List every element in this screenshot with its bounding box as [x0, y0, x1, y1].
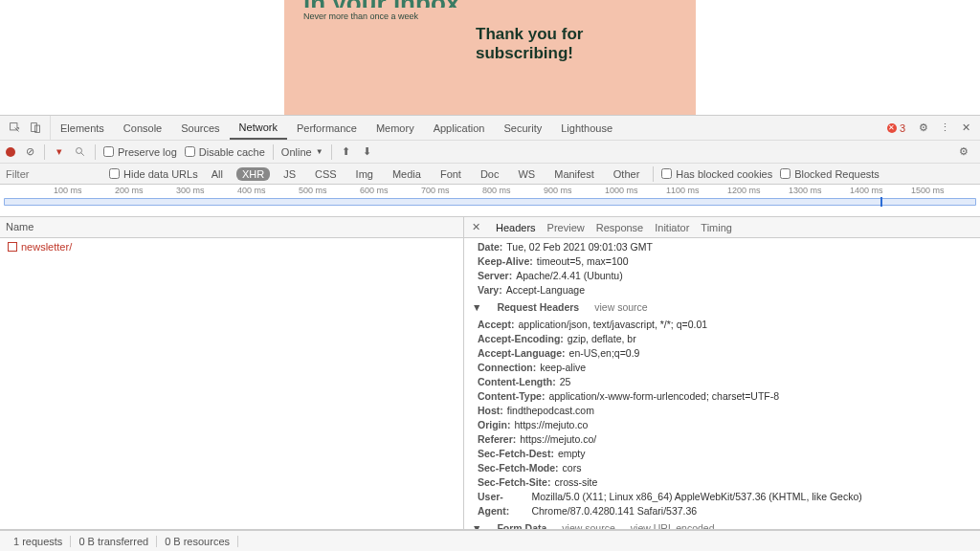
- header-row: Sec-Fetch-Dest: empty: [464, 447, 980, 461]
- network-status-bar: 1 requests 0 B transferred 0 B resources: [0, 530, 980, 551]
- error-icon: ✕: [887, 123, 897, 133]
- svg-point-3: [77, 147, 82, 153]
- svg-rect-1: [31, 123, 36, 132]
- filter-type-manifest[interactable]: Manifest: [548, 167, 600, 181]
- network-settings-gear-icon[interactable]: ⚙: [953, 145, 974, 158]
- record-icon[interactable]: [6, 147, 15, 157]
- header-row: Vary: Accept-Language: [464, 283, 980, 298]
- request-favicon: [8, 242, 17, 252]
- throttling-select[interactable]: Online▼: [281, 146, 323, 158]
- request-row-newsletter[interactable]: newsletter/: [0, 238, 463, 255]
- thank-you-message: Thank you for subscribing!: [476, 25, 583, 64]
- header-row: Host: findthepodcast.com: [464, 404, 980, 418]
- request-list: Name newsletter/: [0, 217, 464, 529]
- upload-har-icon[interactable]: ⬆: [340, 145, 353, 159]
- header-row: Referer: https://mejuto.co/: [464, 432, 980, 447]
- download-har-icon[interactable]: ⬇: [361, 145, 374, 159]
- tab-timing[interactable]: Timing: [701, 222, 732, 233]
- close-details-icon[interactable]: ✕: [472, 221, 484, 233]
- header-row: Origin: https://mejuto.co: [464, 418, 980, 432]
- view-source-link[interactable]: view source: [594, 300, 647, 315]
- hide-data-urls-checkbox[interactable]: Hide data URLs: [109, 168, 198, 180]
- network-toolbar: ⊘ ▾ Preserve log Disable cache Online▼ ⬆…: [0, 141, 980, 164]
- tab-memory[interactable]: Memory: [367, 116, 424, 140]
- banner-heading: in your inbox: [303, 0, 677, 8]
- inspect-element-icon[interactable]: [8, 121, 21, 135]
- status-resources: 0 B resources: [157, 536, 238, 547]
- disable-cache-checkbox[interactable]: Disable cache: [185, 146, 265, 158]
- filter-type-doc[interactable]: Doc: [475, 167, 505, 181]
- header-row: Sec-Fetch-Site: cross-site: [464, 475, 980, 490]
- timeline-load-marker: [880, 197, 882, 207]
- header-row: Sec-Fetch-Mode: cors: [464, 461, 980, 475]
- filter-type-all[interactable]: All: [206, 167, 229, 181]
- filter-type-font[interactable]: Font: [434, 167, 467, 181]
- filter-funnel-icon[interactable]: ▾: [53, 145, 66, 159]
- details-tabs: ✕ Headers Preview Response Initiator Tim…: [464, 217, 980, 238]
- settings-gear-icon[interactable]: ⚙: [913, 121, 934, 134]
- timeline-ruler: 100 ms 200 ms 300 ms 400 ms 500 ms 600 m…: [0, 185, 980, 196]
- network-filter-bar: Hide data URLs All XHR JS CSS Img Media …: [0, 164, 980, 185]
- page-content: in your inbox Never more than once a wee…: [0, 0, 980, 115]
- tab-network[interactable]: Network: [230, 116, 287, 140]
- devtools-tabs: Elements Console Sources Network Perform…: [0, 116, 980, 141]
- devtools-panel: Elements Console Sources Network Perform…: [0, 115, 980, 551]
- header-row: Accept-Encoding: gzip, deflate, br: [464, 332, 980, 346]
- filter-type-other[interactable]: Other: [608, 167, 646, 181]
- header-row: User-Agent: Mozilla/5.0 (X11; Linux x86_…: [464, 490, 980, 518]
- view-source-link[interactable]: view source: [562, 521, 614, 529]
- timeline-track: [4, 198, 976, 206]
- headers-pane[interactable]: Date: Tue, 02 Feb 2021 09:01:03 GMTKeep-…: [464, 238, 980, 529]
- header-row: Content-Length: 25: [464, 375, 980, 389]
- header-row: Server: Apache/2.4.41 (Ubuntu): [464, 269, 980, 283]
- header-row: Keep-Alive: timeout=5, max=100: [464, 254, 980, 269]
- filter-type-img[interactable]: Img: [350, 167, 379, 181]
- tab-elements[interactable]: Elements: [51, 116, 114, 140]
- filter-input[interactable]: [6, 168, 101, 180]
- blocked-cookies-checkbox[interactable]: Has blocked cookies: [661, 168, 772, 180]
- blocked-requests-checkbox[interactable]: Blocked Requests: [780, 168, 880, 180]
- filter-type-ws[interactable]: WS: [512, 167, 541, 181]
- view-url-encoded-link[interactable]: view URL encoded: [631, 521, 715, 529]
- request-headers-section[interactable]: ▼ Request Headers view source: [464, 298, 980, 318]
- tab-performance[interactable]: Performance: [287, 116, 367, 140]
- svg-line-4: [81, 152, 84, 155]
- preserve-log-checkbox[interactable]: Preserve log: [103, 146, 177, 158]
- tab-headers[interactable]: Headers: [496, 222, 536, 233]
- more-menu-icon[interactable]: ⋮: [934, 121, 956, 134]
- banner-subtext: Never more than once a week: [303, 11, 677, 21]
- tab-sources[interactable]: Sources: [171, 116, 229, 140]
- column-header-name[interactable]: Name: [0, 217, 463, 238]
- filter-type-xhr[interactable]: XHR: [236, 167, 270, 181]
- search-icon[interactable]: [74, 145, 87, 159]
- request-details: ✕ Headers Preview Response Initiator Tim…: [464, 217, 980, 529]
- filter-type-js[interactable]: JS: [278, 167, 301, 181]
- network-split-view: Name newsletter/ ✕ Headers Preview Respo…: [0, 217, 980, 530]
- form-data-section[interactable]: ▼ Form Data view source view URL encoded: [464, 518, 980, 529]
- header-row: Content-Type: application/x-www-form-url…: [464, 389, 980, 404]
- filter-type-media[interactable]: Media: [387, 167, 427, 181]
- triangle-down-icon: ▼: [472, 300, 481, 315]
- device-toolbar-icon[interactable]: [29, 121, 42, 135]
- header-row: Date: Tue, 02 Feb 2021 09:01:03 GMT: [464, 240, 980, 254]
- console-error-count[interactable]: ✕ 3: [887, 122, 905, 134]
- tab-response[interactable]: Response: [596, 222, 644, 233]
- tab-application[interactable]: Application: [424, 116, 495, 140]
- clear-icon[interactable]: ⊘: [23, 145, 36, 159]
- header-row: Accept: application/json, text/javascrip…: [464, 318, 980, 332]
- header-row: Accept-Language: en-US,en;q=0.9: [464, 346, 980, 361]
- tab-lighthouse[interactable]: Lighthouse: [551, 116, 622, 140]
- tab-console[interactable]: Console: [114, 116, 171, 140]
- network-timeline[interactable]: 100 ms 200 ms 300 ms 400 ms 500 ms 600 m…: [0, 185, 980, 217]
- header-row: Connection: keep-alive: [464, 361, 980, 375]
- tab-initiator[interactable]: Initiator: [655, 222, 689, 233]
- tab-security[interactable]: Security: [494, 116, 551, 140]
- status-requests: 1 requests: [6, 536, 71, 547]
- status-transferred: 0 B transferred: [71, 536, 157, 547]
- filter-type-css[interactable]: CSS: [309, 167, 343, 181]
- tab-preview[interactable]: Preview: [547, 222, 585, 233]
- subscribe-banner: in your inbox Never more than once a wee…: [284, 0, 696, 115]
- close-devtools-icon[interactable]: ✕: [956, 121, 976, 134]
- triangle-down-icon: ▼: [472, 521, 481, 529]
